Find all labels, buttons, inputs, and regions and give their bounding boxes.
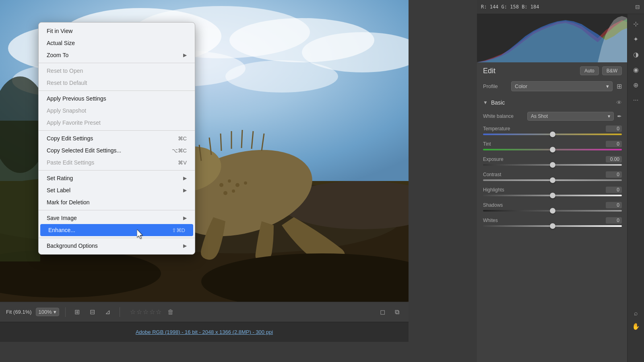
menu-item-label-copy-edit: Copy Edit Settings	[47, 135, 93, 142]
temperature-thumb[interactable]	[550, 132, 555, 137]
svg-point-21	[244, 181, 247, 185]
tint-value[interactable]: 0	[606, 141, 622, 147]
zoom-view-btn[interactable]: ⌕	[630, 307, 642, 320]
tint-row: Tint 0	[483, 141, 622, 150]
right-toolbar-icons: ◻ ⧉	[377, 306, 402, 318]
contrast-thumb[interactable]	[550, 177, 555, 183]
menu-item-label-actual-size: Actual Size	[47, 40, 75, 46]
white-balance-dropdown[interactable]: As Shot ▾	[527, 112, 614, 121]
whites-value[interactable]: 0	[606, 217, 622, 224]
healing-tool-btn[interactable]: ✦	[630, 33, 642, 45]
profile-grid-icon[interactable]: ⊞	[617, 82, 622, 90]
menu-shortcut-copy-edit: ⌘C	[178, 136, 187, 142]
menu-item-enhance[interactable]: Enhance...⇧⌘D	[40, 224, 193, 236]
zoom-value: 100%	[39, 309, 52, 315]
menu-item-right-set-label: ▶	[183, 187, 187, 193]
exposure-value[interactable]: 0.00	[606, 156, 622, 162]
menu-item-copy-selected[interactable]: Copy Selected Edit Settings...⌥⌘C	[39, 144, 195, 156]
menu-item-right-enhance: ⇧⌘D	[172, 227, 185, 233]
menu-separator-sep1	[39, 63, 195, 63]
menu-item-zoom-to[interactable]: Zoom To▶	[39, 49, 195, 61]
menu-item-label-set-label: Set Label	[47, 187, 70, 193]
profile-select-dropdown[interactable]: Color ▾	[511, 81, 613, 91]
white-balance-label: White balance	[483, 113, 527, 119]
shadows-value[interactable]: 0	[606, 202, 622, 208]
menu-item-set-label[interactable]: Set Label▶	[39, 184, 195, 196]
toolbar-divider-1	[65, 307, 66, 317]
whites-track[interactable]	[483, 225, 622, 227]
zoom-dropdown[interactable]: 100% ▾	[36, 308, 59, 316]
menu-item-actual-size[interactable]: Actual Size	[39, 37, 195, 49]
hand-tool-btn[interactable]: ✋	[630, 320, 642, 333]
auto-button[interactable]: Auto	[580, 66, 599, 75]
menu-item-set-rating[interactable]: Set Rating▶	[39, 172, 195, 184]
menu-item-label-reset-to-default: Reset to Default	[47, 80, 87, 86]
star-5[interactable]: ☆	[156, 308, 161, 316]
fit-to-screen-btn[interactable]: ⊞	[72, 306, 83, 318]
grid-view-btn[interactable]: ⊞	[630, 359, 642, 362]
filter-btn[interactable]: ⊿	[102, 306, 114, 318]
white-balance-row: White balance As Shot ▾ ✒	[483, 112, 622, 121]
more-tools-btn[interactable]: ···	[630, 94, 642, 107]
menu-item-apply-snapshot: Apply Snapshot	[39, 105, 195, 117]
exposure-track[interactable]	[483, 164, 622, 166]
menu-item-right-set-rating: ▶	[183, 175, 187, 181]
menu-item-mark-deletion[interactable]: Mark for Deletion	[39, 196, 195, 208]
menu-item-label-set-rating: Set Rating	[47, 175, 73, 181]
menu-separator-sep4	[39, 170, 195, 171]
menu-shortcut-paste-edit: ⌘V	[178, 160, 187, 166]
contrast-row: Contrast 0	[483, 171, 622, 181]
crop-tool-btn[interactable]: ⊹	[630, 17, 642, 30]
star-4[interactable]: ☆	[149, 308, 155, 316]
redeye-tool-btn[interactable]: ◉	[630, 63, 642, 76]
star-3[interactable]: ☆	[143, 308, 149, 316]
bw-button[interactable]: B&W	[602, 66, 622, 75]
delete-flag-btn[interactable]: 🗑	[167, 309, 174, 316]
highlights-track[interactable]	[483, 195, 622, 196]
menu-item-right-copy-selected: ⌥⌘C	[172, 148, 187, 154]
contrast-track[interactable]	[483, 179, 622, 181]
menu-item-save-image[interactable]: Save Image▶	[39, 212, 195, 224]
star-rating[interactable]: ☆ ☆ ☆ ☆ ☆	[130, 308, 161, 316]
shadows-track[interactable]	[483, 210, 622, 212]
before-after-icon[interactable]: ⊟	[635, 4, 640, 10]
menu-separator-sep2	[39, 90, 195, 91]
menu-item-label-zoom-to: Zoom To	[47, 52, 68, 58]
profile-row: Profile Color ▾ ⊞	[483, 81, 622, 91]
menu-item-background-options[interactable]: Background Options▶	[39, 240, 195, 252]
star-1[interactable]: ☆	[130, 308, 136, 316]
menu-item-fit-in-view[interactable]: Fit in View	[39, 25, 195, 37]
crop-overlay-btn[interactable]: ◻	[377, 306, 388, 318]
histogram-chart	[477, 14, 644, 62]
menu-separator-sep5	[39, 210, 195, 210]
temperature-track[interactable]	[483, 134, 622, 135]
highlights-value[interactable]: 0	[606, 187, 622, 193]
edit-panel: Edit Auto B&W Profile Color ▾ ⊞ ▼ Basic …	[477, 62, 644, 362]
svg-point-19	[228, 179, 231, 183]
menu-item-reset-to-default: Reset to Default	[39, 77, 195, 89]
svg-point-22	[223, 191, 227, 195]
menu-item-label-copy-selected: Copy Selected Edit Settings...	[47, 147, 121, 154]
file-info-link[interactable]: Adobe RGB (1998) - 16 bit - 2048 x 1366 …	[136, 329, 273, 335]
contrast-value[interactable]: 0	[606, 171, 622, 178]
exposure-label: Exposure	[483, 156, 504, 162]
menu-item-copy-edit[interactable]: Copy Edit Settings⌘C	[39, 132, 195, 144]
white-balance-eyedropper[interactable]: ✒	[617, 113, 622, 119]
contrast-label: Contrast	[483, 172, 501, 177]
basic-visibility-icon[interactable]: 👁	[616, 99, 622, 106]
star-2[interactable]: ☆	[136, 308, 142, 316]
mask-tool-btn[interactable]: ◑	[630, 48, 642, 61]
basic-collapse-arrow[interactable]: ▼	[483, 100, 488, 105]
radial-filter-btn[interactable]: ⊕	[630, 78, 642, 91]
compare-btn[interactable]: ⊟	[87, 306, 98, 318]
highlights-thumb[interactable]	[550, 193, 555, 198]
menu-item-apply-previous[interactable]: Apply Previous Settings	[39, 93, 195, 105]
tint-track[interactable]	[483, 149, 622, 150]
tint-thumb[interactable]	[550, 147, 555, 152]
split-view-btn[interactable]: ⧉	[391, 306, 402, 318]
exposure-thumb[interactable]	[550, 162, 555, 168]
shadows-thumb[interactable]	[550, 208, 555, 214]
temperature-value[interactable]: 0	[606, 125, 622, 132]
whites-thumb[interactable]	[550, 223, 555, 229]
menu-item-label-paste-edit: Paste Edit Settings	[47, 159, 94, 166]
